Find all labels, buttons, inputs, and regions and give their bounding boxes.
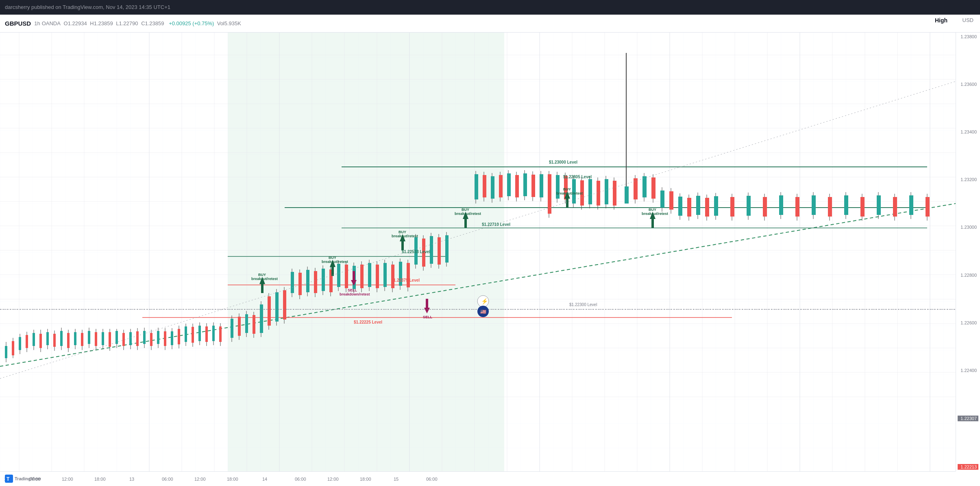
- price-level-1238: 1.23800: [958, 34, 978, 39]
- svg-text:BUY: BUY: [399, 230, 406, 234]
- svg-rect-150: [345, 265, 348, 288]
- svg-rect-254: [877, 195, 881, 215]
- svg-rect-92: [129, 332, 132, 345]
- svg-rect-136: [291, 272, 294, 293]
- price-level-current: 1.22307: [958, 416, 978, 421]
- svg-rect-190: [523, 173, 527, 196]
- svg-text:13: 13: [129, 477, 134, 482]
- svg-rect-94: [136, 331, 139, 346]
- change-label: +0.00925 (+0.75%): [169, 20, 214, 26]
- svg-text:⚡: ⚡: [481, 298, 488, 305]
- price-level-last: 1.22213: [958, 464, 978, 470]
- svg-text:$1.22225 Level: $1.22225 Level: [354, 320, 382, 324]
- svg-rect-182: [491, 176, 494, 199]
- svg-text:15: 15: [394, 477, 399, 482]
- svg-rect-220: [651, 177, 656, 199]
- price-level-1226: 1.22600: [958, 320, 978, 325]
- volume-label: Vol5.935K: [217, 20, 241, 26]
- svg-rect-260: [926, 197, 930, 217]
- svg-rect-116: [212, 326, 215, 341]
- svg-text:06:00: 06:00: [426, 477, 438, 482]
- svg-text:SELL: SELL: [348, 288, 357, 292]
- tradingview-text: TradingView: [15, 476, 41, 481]
- currency-label: USD: [963, 17, 973, 23]
- svg-rect-252: [860, 197, 865, 217]
- svg-rect-178: [475, 174, 478, 199]
- svg-rect-222: [660, 190, 664, 208]
- svg-rect-172: [430, 236, 433, 264]
- svg-rect-208: [597, 181, 600, 206]
- price-level-1228: 1.22800: [958, 273, 978, 278]
- svg-text:$1.22710 Level: $1.22710 Level: [482, 222, 510, 227]
- price-level-1224: 1.22400: [958, 368, 978, 373]
- svg-rect-142: [314, 271, 317, 293]
- chart-main: BUY breakout/retest BUY breakout/retest …: [0, 33, 956, 471]
- svg-rect-158: [376, 265, 379, 288]
- svg-text:$1.22533 Level: $1.22533 Level: [402, 250, 430, 254]
- svg-rect-248: [828, 197, 832, 217]
- chart-container: GBPUSD 1h OANDA O1.22934 H1.23859 L1.227…: [0, 15, 980, 486]
- svg-text:18:00: 18:00: [227, 477, 238, 482]
- svg-rect-58: [12, 341, 14, 355]
- price-level-1232: 1.23200: [958, 177, 978, 182]
- time-axis: 10 06:00 12:00 18:00 13 06:00 12:00 18:0…: [0, 471, 956, 486]
- svg-rect-82: [95, 332, 97, 346]
- svg-rect-78: [81, 333, 83, 346]
- topbar: darcsherry published on TradingView.com,…: [0, 0, 980, 15]
- svg-rect-120: [231, 319, 233, 338]
- broker-label: OANDA: [42, 20, 61, 26]
- svg-text:$1.22375 Level: $1.22375 Level: [391, 278, 420, 282]
- svg-rect-100: [157, 331, 159, 344]
- svg-text:SELL: SELL: [423, 315, 433, 319]
- svg-text:18:00: 18:00: [360, 477, 371, 482]
- svg-rect-186: [507, 173, 511, 196]
- svg-rect-106: [178, 329, 180, 344]
- svg-rect-218: [642, 176, 647, 197]
- svg-rect-214: [625, 186, 629, 204]
- symbol-label: GBPUSD: [5, 20, 31, 27]
- svg-text:breakout/retest: breakout/retest: [322, 260, 348, 264]
- svg-rect-234: [714, 196, 718, 216]
- svg-rect-60: [19, 337, 21, 350]
- svg-rect-112: [198, 326, 201, 341]
- svg-rect-192: [531, 175, 535, 197]
- svg-rect-126: [253, 315, 255, 334]
- low-label: L1.22790: [116, 20, 138, 26]
- svg-rect-56: [5, 346, 7, 358]
- open-label: O1.22934: [64, 20, 87, 26]
- svg-rect-84: [102, 332, 104, 345]
- svg-rect-224: [669, 191, 673, 210]
- svg-rect-132: [275, 292, 279, 322]
- price-axis: 1.23800 1.23600 1.23400 1.23200 1.23000 …: [956, 33, 980, 471]
- svg-rect-148: [337, 264, 340, 287]
- svg-rect-70: [53, 334, 56, 347]
- svg-rect-240: [763, 197, 767, 217]
- svg-rect-130: [268, 296, 271, 326]
- svg-text:12:00: 12:00: [194, 477, 206, 482]
- svg-rect-98: [150, 333, 152, 346]
- svg-rect-72: [60, 331, 63, 346]
- svg-rect-104: [171, 331, 173, 345]
- svg-rect-210: [605, 179, 608, 204]
- svg-rect-62: [26, 335, 28, 348]
- svg-rect-166: [407, 263, 410, 287]
- svg-rect-206: [588, 179, 592, 204]
- svg-rect-114: [205, 326, 208, 342]
- svg-rect-242: [779, 195, 783, 215]
- svg-rect-160: [383, 263, 387, 287]
- svg-rect-138: [298, 273, 302, 295]
- svg-text:$1.22300 Level: $1.22300 Level: [569, 302, 597, 307]
- svg-rect-188: [515, 175, 519, 197]
- svg-rect-246: [812, 195, 816, 215]
- svg-text:breakout/retest: breakout/retest: [455, 212, 481, 216]
- price-level-1230: 1.23000: [958, 225, 978, 230]
- svg-rect-256: [893, 197, 897, 217]
- svg-rect-140: [306, 270, 309, 292]
- svg-text:18:00: 18:00: [94, 477, 106, 482]
- svg-text:breakout/retest: breakout/retest: [642, 212, 668, 216]
- svg-rect-118: [219, 326, 222, 342]
- high-button[interactable]: High: [935, 17, 947, 24]
- svg-rect-258: [909, 195, 913, 215]
- svg-text:$1.23000 Level: $1.23000 Level: [549, 160, 577, 164]
- svg-text:06:00: 06:00: [295, 477, 306, 482]
